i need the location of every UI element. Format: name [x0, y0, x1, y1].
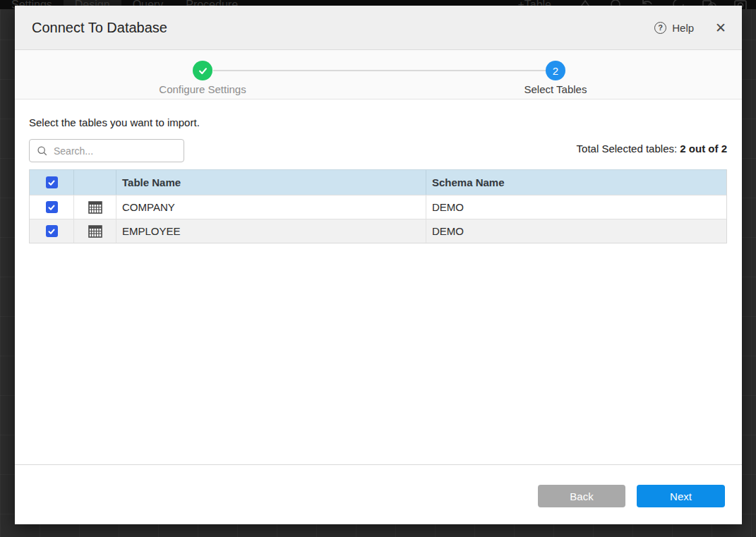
question-circle-icon: ? [654, 22, 666, 34]
dialog-body: Select the tables you want to import. To… [15, 99, 742, 464]
header-checkbox-cell [30, 170, 74, 195]
check-icon [198, 66, 208, 76]
search-icon [37, 145, 48, 157]
row-checkbox[interactable] [46, 225, 58, 237]
schema-name-cell: DEMO [426, 195, 726, 219]
step-1-label: Configure Settings [125, 83, 280, 95]
table-name-cell: EMPLOYEE [116, 219, 426, 243]
header-table-name: Table Name [116, 170, 426, 195]
next-button[interactable]: Next [637, 485, 725, 507]
tables-list: Table Name Schema Name [29, 169, 727, 243]
row-checkbox-cell [30, 219, 74, 243]
help-label: Help [672, 22, 694, 34]
back-button[interactable]: Back [538, 485, 625, 507]
header-schema-name: Schema Name [426, 170, 726, 195]
total-selected-text: Total Selected tables: 2 out of 2 [577, 143, 727, 155]
step-connector-line [213, 70, 546, 71]
row-checkbox[interactable] [46, 201, 58, 213]
table-name-cell: COMPANY [116, 195, 426, 219]
total-selected-value: 2 out of 2 [680, 143, 727, 155]
instruction-text: Select the tables you want to import. [29, 116, 200, 128]
dialog-title: Connect To Database [32, 20, 167, 36]
help-button[interactable]: ? Help [654, 22, 694, 34]
schema-name-cell: DEMO [426, 219, 726, 243]
header-icon-cell [74, 170, 116, 195]
select-all-checkbox[interactable] [46, 176, 58, 188]
table-row[interactable]: COMPANY DEMO [30, 195, 726, 219]
close-icon[interactable]: ✕ [715, 21, 726, 35]
dialog-footer: Back Next [15, 464, 742, 524]
search-input[interactable] [54, 145, 184, 157]
wizard-stepper: 2 Configure Settings Select Tables [15, 50, 742, 99]
step-2-label: Select Tables [478, 83, 633, 95]
table-grid-icon [74, 195, 116, 219]
table-row[interactable]: EMPLOYEE DEMO [30, 219, 726, 243]
total-selected-label: Total Selected tables: [577, 143, 678, 155]
table-grid-icon [74, 219, 116, 243]
step-1-completed-indicator[interactable] [193, 61, 212, 80]
dialog-header: Connect To Database ? Help ✕ [15, 6, 742, 50]
connect-to-database-dialog: Connect To Database ? Help ✕ 2 Configure… [15, 6, 742, 524]
table-search-box [29, 139, 184, 162]
row-checkbox-cell [30, 195, 74, 219]
table-header-row: Table Name Schema Name [30, 169, 726, 195]
step-2-indicator[interactable]: 2 [546, 61, 565, 80]
dialog-header-actions: ? Help ✕ [654, 21, 726, 35]
